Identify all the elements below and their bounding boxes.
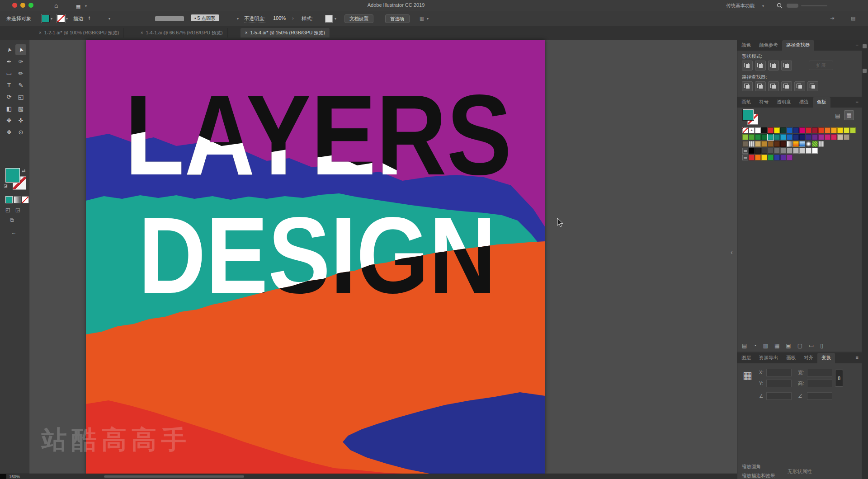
swatch[interactable] [755, 155, 761, 160]
zoom-tool[interactable]: ⊙ [15, 127, 26, 137]
toolbar-fill-swatch[interactable] [5, 168, 20, 183]
chevron-down-icon[interactable]: ▾ [237, 17, 239, 21]
arrange-documents-icon[interactable]: ▦ [76, 2, 80, 10]
swatch[interactable] [755, 127, 761, 133]
collapse-dock-icon[interactable]: ‹ [731, 249, 733, 256]
rotate-tool[interactable]: ⟳ [4, 91, 14, 102]
opacity-value[interactable]: 100% [273, 15, 286, 21]
free-transform-tool[interactable]: ✥ [4, 115, 14, 126]
swatch[interactable] [755, 141, 761, 147]
transform-group-tab[interactable]: 对齐 [800, 353, 817, 363]
swatches-group-tab[interactable]: 色板 [813, 97, 830, 108]
artboard-stack-icon[interactable]: ⧉ [10, 217, 14, 223]
minus-front-icon[interactable] [755, 61, 766, 70]
pathfinder-group-tab[interactable]: 路径查找器 [782, 40, 814, 51]
swatch-none[interactable] [742, 127, 748, 133]
fill-color-swatch[interactable] [42, 14, 50, 23]
draw-normal-icon[interactable]: ◰ [5, 207, 10, 213]
document-setup-button[interactable]: 文档设置 [344, 14, 373, 23]
panel-fill-swatch[interactable] [743, 109, 754, 120]
swatch-libraries-icon[interactable]: ▤ [742, 343, 747, 349]
chevron-down-icon[interactable]: ▾ [51, 17, 52, 21]
list-view-icon[interactable]: ▤ [833, 111, 842, 120]
swap-fill-stroke-icon[interactable]: ⇄ [22, 168, 25, 173]
collapsed-panel-icon[interactable] [863, 69, 867, 73]
swatch[interactable] [787, 134, 793, 140]
scale-tool[interactable]: ◱ [15, 91, 26, 102]
lasso-tool[interactable]: ✒ [4, 56, 14, 67]
collapsed-panel-icon[interactable] [863, 44, 867, 48]
close-tab-icon[interactable]: × [39, 30, 42, 35]
expand-button[interactable]: 扩展 [809, 61, 833, 70]
swatch[interactable] [780, 127, 786, 133]
chevron-right-icon[interactable]: › [292, 15, 294, 21]
swatch[interactable] [768, 127, 774, 133]
style-swatch[interactable] [325, 15, 333, 23]
swatch[interactable] [818, 127, 824, 133]
swatch-rad[interactable] [806, 141, 811, 147]
stroke-profile-preview[interactable] [155, 16, 184, 21]
swatch[interactable] [793, 127, 799, 133]
stroke-color-swatch[interactable] [57, 14, 65, 23]
swatch[interactable] [806, 134, 811, 140]
document-tab[interactable]: ×1-5-4.ai* @ 150% (RGB/GPU 预览) [241, 28, 330, 38]
swatch[interactable] [825, 127, 830, 133]
chevron-down-icon[interactable]: ▾ [66, 17, 68, 21]
shape-builder-tool[interactable]: ◧ [4, 103, 14, 114]
scale-corners-option[interactable]: 缩放圆角 [742, 464, 761, 470]
swatch-group-folder[interactable] [742, 148, 748, 154]
exclude-icon[interactable] [781, 61, 792, 70]
width-tool[interactable]: ✜ [15, 115, 26, 126]
merge-icon[interactable] [768, 81, 779, 91]
close-tab-icon[interactable]: × [245, 30, 248, 35]
swatch[interactable] [761, 127, 767, 133]
swatch[interactable] [761, 134, 767, 140]
workspace-switcher[interactable]: 传统基本功能 [726, 3, 755, 9]
x-field[interactable] [766, 369, 792, 376]
swatch[interactable] [761, 155, 767, 160]
color-themes-icon[interactable]: ◔ [753, 343, 756, 349]
swatch[interactable] [755, 148, 761, 154]
swatch[interactable] [768, 155, 774, 160]
panel-menu-icon[interactable]: ≡ [856, 42, 859, 47]
grid-view-icon[interactable]: ▦ [844, 110, 854, 120]
chevron-down-icon[interactable]: ▾ [85, 4, 87, 8]
swatch-gb[interactable] [799, 141, 805, 147]
height-field[interactable] [807, 380, 832, 387]
swatch[interactable] [799, 134, 805, 140]
swatch-gw[interactable] [787, 141, 793, 147]
swatch[interactable] [850, 127, 856, 133]
zoom-level[interactable]: 150% [9, 474, 20, 479]
new-swatch-icon[interactable]: ▭ [809, 343, 814, 349]
default-fill-stroke-icon[interactable]: ◪ [4, 183, 8, 188]
swatch[interactable] [774, 148, 780, 154]
transform-group-tab[interactable]: 画板 [782, 353, 800, 363]
swatch[interactable] [825, 134, 830, 140]
swatch[interactable] [818, 134, 824, 140]
swatch[interactable] [837, 127, 843, 133]
swatch[interactable] [774, 134, 780, 140]
swatch[interactable] [761, 141, 767, 147]
direct-selection-tool[interactable]: ➤ [15, 44, 26, 55]
home-icon[interactable]: ⌂ [54, 1, 58, 9]
swatch[interactable] [780, 155, 786, 160]
dock-control-icon[interactable]: ⇥ [830, 15, 834, 21]
minimize-window-button[interactable] [20, 3, 25, 8]
swatch[interactable] [787, 148, 793, 154]
swatch[interactable] [831, 134, 837, 140]
swatch[interactable] [749, 148, 755, 154]
swatch-selected[interactable] [768, 134, 774, 140]
shear-field[interactable] [807, 392, 832, 400]
swatches-group-tab[interactable]: 透明度 [773, 97, 795, 108]
swatch[interactable] [742, 141, 748, 147]
unite-icon[interactable] [742, 61, 753, 70]
draw-behind-icon[interactable]: ◲ [15, 207, 20, 213]
swatch[interactable] [844, 127, 849, 133]
chevron-down-icon[interactable]: ▾ [427, 17, 429, 21]
swatch-registration[interactable]: + [749, 127, 755, 133]
pen-tool[interactable]: ✑ [15, 56, 26, 67]
type-tool[interactable]: T [4, 80, 14, 90]
swatch[interactable] [768, 141, 774, 147]
add-selected-icon[interactable]: ▥ [763, 343, 768, 349]
document-tab[interactable]: ×1-4-1.ai @ 66.67% (RGB/GPU 预览) [136, 28, 228, 38]
